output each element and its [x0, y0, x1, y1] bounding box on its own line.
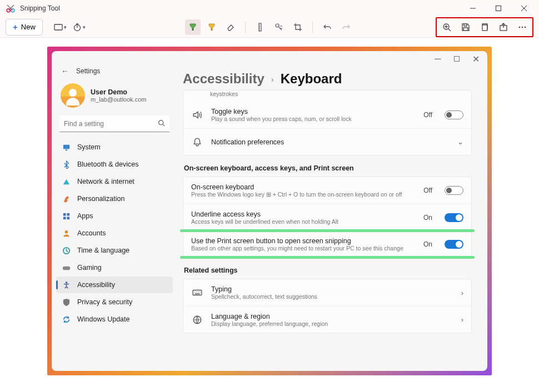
row-onscreen-keyboard[interactable]: On-screen keyboardPress the Windows logo…	[183, 177, 471, 204]
row-notification-prefs[interactable]: Notification preferences ⌄	[183, 128, 471, 155]
new-button[interactable]: +New	[6, 19, 43, 36]
svg-point-26	[65, 281, 67, 283]
svg-point-12	[519, 26, 521, 28]
minimize-button[interactable]: ─	[428, 52, 447, 66]
row-typing[interactable]: TypingSpellcheck, autocorrect, text sugg…	[183, 279, 471, 306]
svg-rect-5	[192, 28, 194, 31]
bell-icon	[191, 137, 203, 147]
chevron-right-icon: ›	[271, 74, 274, 84]
svg-point-16	[159, 120, 163, 124]
bluetooth-icon	[62, 160, 71, 169]
touch-writing-button[interactable]	[271, 19, 287, 35]
display-icon	[62, 143, 71, 152]
right-tool-group	[436, 17, 533, 37]
toggle-switch[interactable]	[445, 240, 463, 249]
nav-item-label: Bluetooth & devices	[77, 160, 139, 168]
section-header: Related settings	[184, 267, 471, 274]
toggle-switch[interactable]	[445, 186, 463, 195]
row-title: Toggle keys	[211, 108, 416, 115]
row-title: On-screen keyboard	[191, 183, 416, 191]
pen-tool-button[interactable]	[185, 19, 201, 35]
shield-icon	[62, 298, 71, 306]
row-toggle-keys[interactable]: Toggle keysPlay a sound when you press c…	[183, 102, 471, 128]
svg-rect-2	[496, 6, 501, 11]
nav-item-windows-update[interactable]: Windows Update	[56, 311, 173, 328]
zoom-button[interactable]	[439, 19, 455, 35]
wifi-icon	[62, 178, 71, 186]
eraser-tool-button[interactable]	[223, 19, 238, 35]
search-box[interactable]	[59, 115, 169, 132]
svg-rect-6	[211, 28, 213, 31]
row-desc: Access keys will be underlined even when…	[191, 218, 416, 225]
copy-button[interactable]	[477, 19, 492, 35]
nav-item-system[interactable]: System	[56, 139, 173, 155]
maximize-button[interactable]	[447, 52, 466, 66]
nav-item-accounts[interactable]: Accounts	[56, 225, 173, 242]
toggle-state: Off	[423, 187, 432, 194]
nav-item-gaming[interactable]: Gaming	[56, 259, 173, 276]
svg-point-14	[525, 26, 526, 28]
undo-button[interactable]	[320, 19, 335, 35]
keyboard-icon	[191, 288, 203, 298]
back-button[interactable]: ←	[59, 67, 71, 76]
section-header: On-screen keyboard, access keys, and Pri…	[184, 164, 471, 172]
minimize-button[interactable]	[460, 0, 486, 17]
svg-rect-3	[54, 24, 62, 30]
settings-titlebar: ─ ✕	[52, 51, 487, 67]
apps-icon	[62, 212, 71, 220]
close-button[interactable]	[511, 0, 537, 17]
ruler-tool-button[interactable]	[252, 19, 268, 35]
row-printscreen-snipping[interactable]: Use the Print screen button to open scre…	[183, 230, 471, 257]
maximize-button[interactable]	[486, 0, 511, 17]
save-button[interactable]	[458, 19, 473, 35]
nav-item-label: Time & language	[77, 247, 129, 254]
row-desc: Display language, preferred language, re…	[211, 320, 453, 327]
profile-block[interactable]: User Demo m_lab@outlook.com	[56, 80, 173, 115]
brush-icon	[62, 195, 71, 203]
share-button[interactable]	[496, 19, 511, 35]
breadcrumb-current: Keyboard	[281, 71, 342, 87]
svg-rect-10	[482, 25, 487, 31]
breadcrumb-parent[interactable]: Accessibility	[183, 71, 264, 87]
search-icon	[158, 119, 165, 129]
nav-item-label: Accessibility	[77, 281, 115, 289]
svg-rect-15	[455, 57, 460, 62]
svg-rect-17	[63, 144, 69, 149]
nav-item-bluetooth-devices[interactable]: Bluetooth & devices	[56, 156, 173, 173]
toggle-switch[interactable]	[445, 213, 463, 222]
account-icon	[62, 229, 71, 238]
snip-mode-button[interactable]: ▾	[53, 19, 68, 35]
toggle-switch[interactable]	[445, 110, 463, 119]
nav-item-apps[interactable]: Apps	[56, 208, 173, 224]
settings-window: ─ ✕ ← Settings User Demo m_lab@outlook.c…	[52, 51, 487, 371]
nav-item-network-internet[interactable]: Network & internet	[56, 173, 173, 190]
row-language-region[interactable]: Language & regionDisplay language, prefe…	[183, 306, 471, 333]
clock-icon	[62, 247, 71, 255]
app-title: Snipping Tool	[20, 4, 60, 12]
nav-item-personalization[interactable]: Personalization	[56, 190, 173, 207]
chevron-right-icon: ›	[461, 315, 463, 324]
nav-item-label: System	[77, 143, 101, 151]
svg-point-8	[276, 24, 279, 27]
settings-nav: ← Settings User Demo m_lab@outlook.com S…	[52, 67, 177, 371]
accessibility-icon	[62, 281, 71, 289]
chevron-right-icon: ›	[461, 289, 463, 297]
nav-item-accessibility[interactable]: Accessibility	[56, 277, 173, 293]
more-button[interactable]	[515, 19, 530, 35]
svg-rect-25	[62, 266, 69, 270]
redo-button[interactable]	[338, 19, 354, 35]
chevron-down-icon: ⌄	[457, 138, 463, 146]
delay-button[interactable]: ▾	[72, 19, 87, 35]
gamepad-icon	[62, 264, 71, 272]
new-label: New	[21, 23, 36, 31]
svg-rect-22	[67, 217, 69, 219]
highlighter-tool-button[interactable]	[204, 19, 219, 35]
crop-tool-button[interactable]	[290, 19, 306, 35]
nav-item-time-language[interactable]: Time & language	[56, 242, 173, 259]
row-underline-access-keys[interactable]: Underline access keysAccess keys will be…	[183, 204, 471, 230]
search-input[interactable]	[64, 120, 158, 128]
svg-rect-20	[67, 213, 69, 215]
nav-item-privacy-security[interactable]: Privacy & security	[56, 294, 173, 310]
close-button[interactable]: ✕	[466, 52, 485, 66]
toggle-state: On	[423, 214, 432, 222]
